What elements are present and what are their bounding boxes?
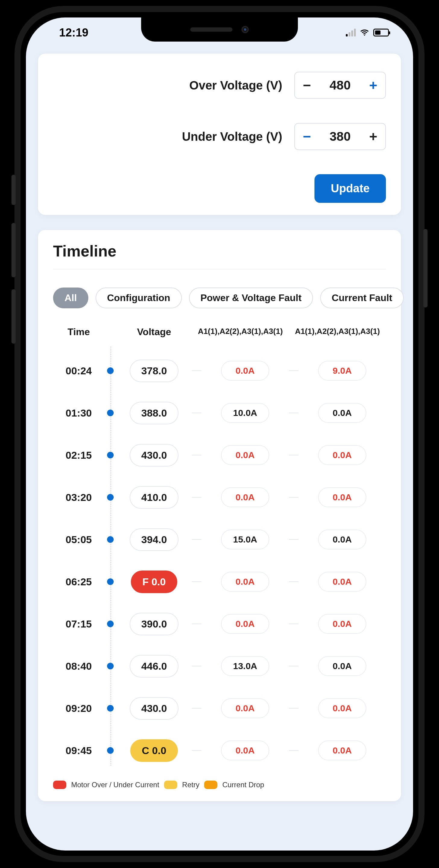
amp-pill: 0.0A [318,572,366,592]
amp-pill: 0.0A [318,445,366,465]
filter-power-voltage-fault[interactable]: Power & Voltage Fault [189,287,313,308]
connector [289,370,298,371]
timeline-dot [107,536,114,543]
cell-voltage: 378.0 [116,360,192,382]
connector [192,624,201,624]
voltage-settings-card: Over Voltage (V) − 480 + Under Voltage (… [38,54,401,215]
cell-amp1: 0.0A [201,614,289,634]
connector [289,581,298,582]
voltage-pill: C 0.0 [130,739,178,762]
cell-amp2: 0.0A [298,741,386,761]
amp-pill: 0.0A [318,403,366,423]
under-voltage-stepper: − 380 + [294,123,386,150]
voltage-pill: 378.0 [130,360,178,382]
voltage-pill: F 0.0 [131,570,177,593]
timeline-dot-wrap [104,494,116,501]
content: Over Voltage (V) − 480 + Under Voltage (… [26,18,413,850]
timeline-dot-wrap [104,578,116,585]
cell-amp2: 0.0A [298,487,386,507]
under-voltage-label: Under Voltage (V) [182,130,282,144]
legend-swatch-yellow [164,781,177,789]
cell-voltage: C 0.0 [116,739,192,762]
amp-pill: 0.0A [221,572,269,592]
cell-time: 09:20 [53,703,104,714]
connector [192,750,201,751]
connector [192,708,201,709]
status-time: 12:19 [59,26,88,39]
wifi-icon [360,28,369,37]
amp-pill: 13.0A [221,656,269,676]
voltage-pill: 390.0 [130,613,178,635]
legend-current-drop: Current Drop [222,781,264,789]
over-voltage-increment[interactable]: + [361,72,385,98]
amp-pill: 0.0A [221,614,269,634]
cell-amp2: 0.0A [298,698,386,718]
legend-swatch-orange [204,781,217,789]
connector [192,455,201,456]
timeline-dot [107,367,114,374]
cell-time: 02:15 [53,450,104,461]
filter-row: All Configuration Power & Voltage Fault … [53,287,386,308]
table-row: 07:15390.00.0A0.0A [53,603,386,645]
timeline-dot [107,621,114,627]
filter-current-fault[interactable]: Current Fault [320,287,404,308]
cell-time: 00:24 [53,365,104,377]
amp-pill: 0.0A [221,361,269,381]
timeline-card: Timeline All Configuration Power & Volta… [38,230,401,801]
timeline-dot-wrap [104,663,116,670]
over-voltage-row: Over Voltage (V) − 480 + [53,72,386,99]
over-voltage-decrement[interactable]: − [295,72,319,98]
connector [289,412,298,413]
timeline-rows: 00:24378.00.0A9.0A01:30388.010.0A0.0A02:… [53,350,386,772]
table-row: 00:24378.00.0A9.0A [53,350,386,392]
side-button [423,229,428,307]
table-row: 03:20410.00.0A0.0A [53,476,386,518]
timeline-title: Timeline [53,242,386,270]
timeline-dot [107,452,114,458]
filter-configuration[interactable]: Configuration [95,287,182,308]
voltage-pill: 394.0 [130,528,178,551]
side-button [11,223,16,277]
side-button [11,175,16,205]
front-camera [241,26,249,33]
cell-voltage: 430.0 [116,444,192,467]
cell-amp2: 0.0A [298,530,386,550]
under-voltage-increment[interactable]: + [361,124,385,150]
connector [289,455,298,456]
connector [289,750,298,751]
cell-amp2: 0.0A [298,403,386,423]
table-row: 02:15430.00.0A0.0A [53,434,386,476]
legend-swatch-red [53,781,66,789]
cell-time: 09:45 [53,745,104,756]
amp-pill: 0.0A [318,656,366,676]
timeline-dot-wrap [104,536,116,543]
timeline-dot-wrap [104,621,116,627]
voltage-pill: 446.0 [130,655,178,678]
cell-time: 03:20 [53,492,104,503]
notch [141,18,298,41]
voltage-pill: 388.0 [130,402,178,424]
speaker [190,27,232,32]
timeline-dot [107,494,114,501]
svg-point-0 [364,35,365,36]
table-row: 09:45C 0.00.0A0.0A [53,730,386,772]
status-indicators [346,28,389,37]
cell-amp1: 10.0A [201,403,289,423]
update-button[interactable]: Update [315,174,386,203]
table-row: 05:05394.015.0A0.0A [53,518,386,561]
connector [289,624,298,624]
cell-voltage: 430.0 [116,697,192,720]
table-row: 08:40446.013.0A0.0A [53,645,386,687]
under-voltage-decrement[interactable]: − [295,124,319,150]
amp-pill: 15.0A [221,530,269,550]
timeline-dot [107,578,114,585]
voltage-pill: 430.0 [130,444,178,467]
amp-pill: 0.0A [318,698,366,718]
cell-time: 01:30 [53,407,104,419]
connector [192,370,201,371]
filter-all[interactable]: All [53,287,88,308]
amp-pill: 0.0A [318,487,366,507]
cell-voltage: 394.0 [116,528,192,551]
cell-voltage: 410.0 [116,486,192,509]
over-voltage-stepper: − 480 + [294,72,386,99]
